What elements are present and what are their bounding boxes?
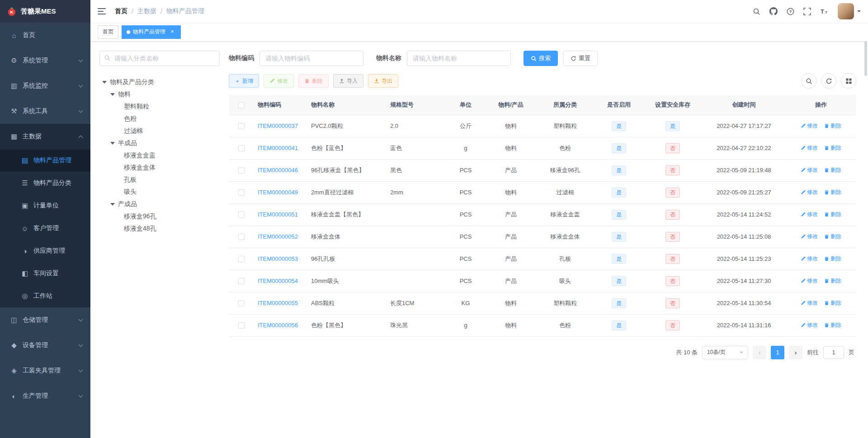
- goto-page-input[interactable]: [823, 346, 844, 359]
- row-edit-button[interactable]: 修改: [801, 321, 818, 329]
- tree-node[interactable]: 半成品: [99, 137, 220, 149]
- toggle-search-button[interactable]: [801, 73, 816, 89]
- tree-caret-down-icon[interactable]: [110, 203, 115, 206]
- row-edit-button[interactable]: 修改: [801, 166, 818, 174]
- tree-node[interactable]: 物料: [99, 88, 220, 100]
- search-icon[interactable]: [748, 8, 765, 15]
- help-icon[interactable]: ?: [782, 8, 799, 15]
- fullscreen-icon[interactable]: [799, 8, 816, 15]
- tree-search-input[interactable]: [99, 51, 220, 66]
- sidebar-item-system-management[interactable]: ⚙系统管理: [0, 48, 90, 73]
- close-tab-icon[interactable]: ×: [169, 28, 176, 36]
- tree-caret-down-icon[interactable]: [110, 93, 115, 96]
- tab-物料产品管理[interactable]: 物料产品管理×: [122, 25, 181, 39]
- font-size-icon[interactable]: TT: [816, 8, 833, 15]
- sidebar-item-system-monitoring[interactable]: ▥系统监控: [0, 73, 90, 99]
- row-edit-button[interactable]: 修改: [801, 277, 818, 285]
- row-checkbox[interactable]: [238, 322, 245, 329]
- sidebar-item-workstation[interactable]: ◎工作站: [0, 285, 90, 307]
- item-code-link[interactable]: ITEM00000051: [258, 211, 298, 218]
- sidebar-item-measurement-unit[interactable]: ▣计量单位: [0, 194, 90, 217]
- row-delete-button[interactable]: 删除: [824, 299, 841, 307]
- tree-node[interactable]: 色粉: [99, 113, 220, 125]
- row-edit-button[interactable]: 修改: [801, 144, 818, 152]
- tree-node[interactable]: 孔板: [99, 174, 220, 186]
- tree-node[interactable]: 移液盒盒盖: [99, 149, 220, 161]
- tab-首页[interactable]: 首页: [98, 25, 118, 39]
- row-checkbox[interactable]: [238, 300, 245, 306]
- breadcrumb-item[interactable]: 首页: [115, 7, 127, 15]
- row-delete-button[interactable]: 删除: [824, 166, 841, 174]
- edit-button[interactable]: 修改: [264, 74, 294, 88]
- row-checkbox[interactable]: [238, 145, 245, 151]
- tree-caret-down-icon[interactable]: [102, 81, 107, 84]
- item-code-link[interactable]: ITEM00000053: [258, 255, 298, 262]
- row-checkbox[interactable]: [238, 278, 245, 284]
- page-size-select[interactable]: 10条/页: [702, 346, 748, 359]
- reset-button[interactable]: 重置: [563, 51, 598, 66]
- row-edit-button[interactable]: 修改: [801, 188, 818, 196]
- row-delete-button[interactable]: 删除: [824, 144, 841, 152]
- item-code-link[interactable]: ITEM00000037: [258, 122, 298, 129]
- tree-caret-down-icon[interactable]: [110, 142, 115, 145]
- row-checkbox[interactable]: [238, 212, 245, 218]
- row-checkbox[interactable]: [238, 256, 245, 262]
- row-delete-button[interactable]: 删除: [824, 122, 841, 130]
- add-button[interactable]: ＋新增: [229, 74, 259, 88]
- row-delete-button[interactable]: 删除: [824, 188, 841, 196]
- row-delete-button[interactable]: 删除: [824, 211, 841, 218]
- prev-page-button[interactable]: ‹: [753, 346, 766, 359]
- tree-node[interactable]: 移液盒96孔: [99, 210, 220, 222]
- row-edit-button[interactable]: 修改: [801, 233, 818, 240]
- name-filter-input[interactable]: [407, 51, 511, 66]
- columns-button[interactable]: [841, 73, 856, 89]
- sidebar-item-material-product-management[interactable]: ▤物料产品管理: [0, 149, 90, 172]
- app-logo[interactable]: K 苦糖果MES: [0, 0, 90, 23]
- select-all-checkbox[interactable]: [238, 102, 245, 108]
- sidebar-item-master-data[interactable]: ▦主数据: [0, 124, 90, 149]
- tree-node[interactable]: 移液盒盒体: [99, 161, 220, 174]
- refresh-button[interactable]: [821, 73, 836, 89]
- row-edit-button[interactable]: 修改: [801, 255, 818, 263]
- row-delete-button[interactable]: 删除: [824, 277, 841, 285]
- tree-node[interactable]: 产成品: [99, 198, 220, 210]
- item-code-link[interactable]: ITEM00000046: [258, 167, 298, 174]
- row-checkbox[interactable]: [238, 189, 245, 196]
- tree-node[interactable]: 移液盒48孔: [99, 222, 220, 235]
- item-code-link[interactable]: ITEM00000052: [258, 233, 298, 240]
- sidebar-item-production-management[interactable]: ◐生产管理: [0, 383, 90, 409]
- item-code-link[interactable]: ITEM00000041: [258, 145, 298, 151]
- item-code-link[interactable]: ITEM00000056: [258, 322, 298, 329]
- next-page-button[interactable]: ›: [789, 346, 802, 359]
- sidebar-item-supplier-management[interactable]: ◑供应商管理: [0, 240, 90, 262]
- sidebar-item-equipment-management[interactable]: ◆设备管理: [0, 333, 90, 358]
- row-edit-button[interactable]: 修改: [801, 122, 818, 130]
- tree-node[interactable]: 过滤棉: [99, 125, 220, 137]
- user-menu[interactable]: [838, 3, 861, 19]
- sidebar-item-customer-management[interactable]: ☺客户管理: [0, 217, 90, 240]
- page-1-button[interactable]: 1: [771, 346, 784, 359]
- row-checkbox[interactable]: [238, 123, 245, 129]
- user-avatar[interactable]: [838, 3, 854, 19]
- sidebar-item-tooling-fixture-management[interactable]: ◈工装夹具管理: [0, 358, 90, 383]
- item-code-link[interactable]: ITEM00000055: [258, 300, 298, 306]
- code-filter-input[interactable]: [259, 51, 363, 66]
- sidebar-item-system-tools[interactable]: ⚒系统工具: [0, 99, 90, 124]
- row-edit-button[interactable]: 修改: [801, 299, 818, 307]
- row-delete-button[interactable]: 删除: [824, 233, 841, 240]
- row-checkbox[interactable]: [238, 167, 245, 174]
- row-delete-button[interactable]: 删除: [824, 255, 841, 263]
- row-delete-button[interactable]: 删除: [824, 321, 841, 329]
- breadcrumb-item[interactable]: 主数据: [137, 7, 156, 15]
- delete-button[interactable]: 删除: [298, 74, 329, 88]
- item-code-link[interactable]: ITEM00000054: [258, 278, 298, 284]
- sidebar-toggle-icon[interactable]: [98, 8, 107, 15]
- row-edit-button[interactable]: 修改: [801, 211, 818, 218]
- tree-node[interactable]: 塑料颗粒: [99, 100, 220, 113]
- sidebar-item-home[interactable]: ⌂首页: [0, 23, 90, 48]
- import-button[interactable]: 导入: [333, 74, 363, 88]
- github-icon[interactable]: [765, 7, 782, 15]
- tree-node[interactable]: 物料及产品分类: [99, 76, 220, 88]
- export-button[interactable]: 导出: [368, 74, 398, 88]
- sidebar-item-material-product-category[interactable]: ☰物料产品分类: [0, 172, 90, 194]
